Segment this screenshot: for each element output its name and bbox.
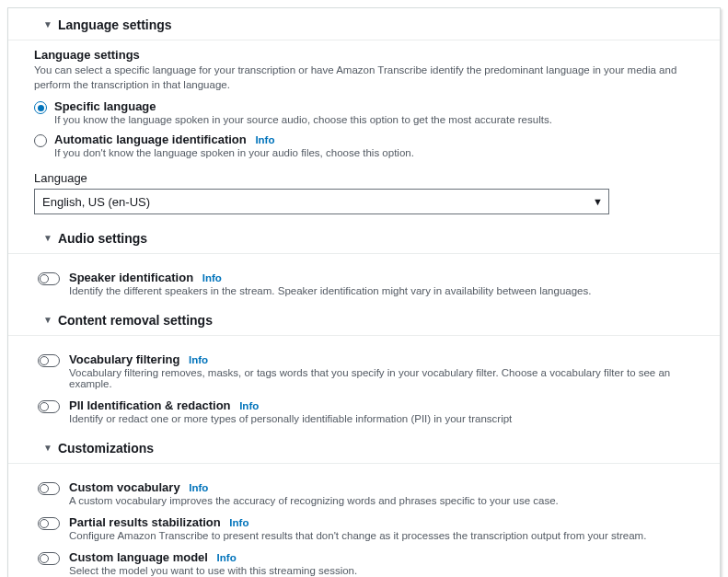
section-title-custom: Customizations bbox=[58, 441, 154, 456]
language-group-label: Language settings bbox=[34, 48, 699, 62]
toggle-vocabfilter-label: Vocabulary filtering bbox=[69, 352, 179, 366]
radio-specific-label: Specific language bbox=[54, 99, 552, 113]
toggle-row-vocabfilter: Vocabulary filtering Info Vocabulary fil… bbox=[8, 343, 720, 389]
radio-specific[interactable] bbox=[34, 101, 47, 114]
toggle-row-clm: Custom language model Info Select the mo… bbox=[8, 541, 720, 576]
chevron-down-icon: ▼ bbox=[43, 20, 52, 29]
toggle-speaker-id[interactable] bbox=[38, 272, 60, 285]
section-header-custom[interactable]: ▼ Customizations bbox=[8, 424, 720, 464]
toggle-pii-desc: Identify or redact one or more types of … bbox=[69, 413, 512, 424]
toggle-row-customvocab: Custom vocabulary Info A custom vocabula… bbox=[8, 471, 720, 506]
radio-auto-desc: If you don't know the language spoken in… bbox=[54, 147, 414, 158]
radio-auto-label: Automatic language identification bbox=[54, 133, 247, 146]
info-link-speaker[interactable]: Info bbox=[202, 272, 222, 283]
section-header-language[interactable]: ▼ Language settings bbox=[8, 8, 720, 40]
chevron-down-icon: ▼ bbox=[43, 444, 52, 453]
toggle-partial-desc: Configure Amazon Transcribe to present r… bbox=[69, 530, 646, 541]
section-title-language: Language settings bbox=[58, 17, 172, 32]
language-select[interactable]: English, US (en-US) ▼ bbox=[34, 189, 609, 214]
section-title-removal: Content removal settings bbox=[58, 313, 213, 328]
info-link-clm[interactable]: Info bbox=[217, 552, 237, 563]
section-header-removal[interactable]: ▼ Content removal settings bbox=[8, 296, 720, 336]
section-title-audio: Audio settings bbox=[58, 231, 147, 246]
language-group-hint: You can select a specific language for y… bbox=[34, 63, 699, 92]
language-select-value: English, US (en-US) bbox=[42, 195, 150, 209]
radio-option-specific[interactable]: Specific language If you know the langua… bbox=[34, 99, 699, 125]
info-link-vocabfilter[interactable]: Info bbox=[189, 354, 208, 365]
toggle-partial-results[interactable] bbox=[38, 517, 60, 530]
info-link-auto[interactable]: Info bbox=[255, 134, 274, 145]
toggle-vocab-filter[interactable] bbox=[38, 354, 60, 367]
toggle-custom-language-model[interactable] bbox=[38, 552, 60, 565]
info-link-partial[interactable]: Info bbox=[229, 517, 248, 528]
section-header-audio[interactable]: ▼ Audio settings bbox=[8, 214, 720, 254]
toggle-speaker-desc: Identify the different speakers in the s… bbox=[69, 285, 591, 296]
toggle-row-pii: PII Identification & redaction Info Iden… bbox=[8, 389, 720, 424]
chevron-down-icon: ▼ bbox=[43, 316, 52, 325]
info-link-customvocab[interactable]: Info bbox=[189, 482, 208, 493]
toggle-clm-desc: Select the model you want to use with th… bbox=[69, 565, 357, 576]
language-field-label: Language bbox=[34, 171, 699, 185]
toggle-speaker-label: Speaker identification bbox=[69, 271, 193, 284]
toggle-pii-label: PII Identification & redaction bbox=[69, 398, 231, 412]
settings-panel: ▼ Language settings Language settings Yo… bbox=[7, 7, 721, 577]
toggle-partial-label: Partial results stabilization bbox=[69, 515, 221, 529]
toggle-row-speaker: Speaker identification Info Identify the… bbox=[8, 261, 720, 296]
toggle-pii[interactable] bbox=[38, 400, 60, 413]
toggle-vocabfilter-desc: Vocabulary filtering removes, masks, or … bbox=[69, 367, 695, 389]
radio-auto[interactable] bbox=[34, 134, 47, 147]
toggle-row-partial: Partial results stabilization Info Confi… bbox=[8, 506, 720, 541]
chevron-down-icon: ▼ bbox=[43, 234, 52, 243]
radio-specific-desc: If you know the language spoken in your … bbox=[54, 114, 552, 125]
radio-option-auto[interactable]: Automatic language identification Info I… bbox=[34, 133, 699, 158]
toggle-customvocab-label: Custom vocabulary bbox=[69, 480, 180, 494]
toggle-clm-label: Custom language model bbox=[69, 550, 208, 564]
info-link-pii[interactable]: Info bbox=[239, 400, 259, 411]
caret-down-icon: ▼ bbox=[593, 196, 603, 207]
toggle-customvocab-desc: A custom vocabulary improves the accurac… bbox=[69, 495, 559, 506]
language-body: Language settings You can select a speci… bbox=[8, 48, 720, 214]
toggle-custom-vocab[interactable] bbox=[38, 482, 60, 495]
